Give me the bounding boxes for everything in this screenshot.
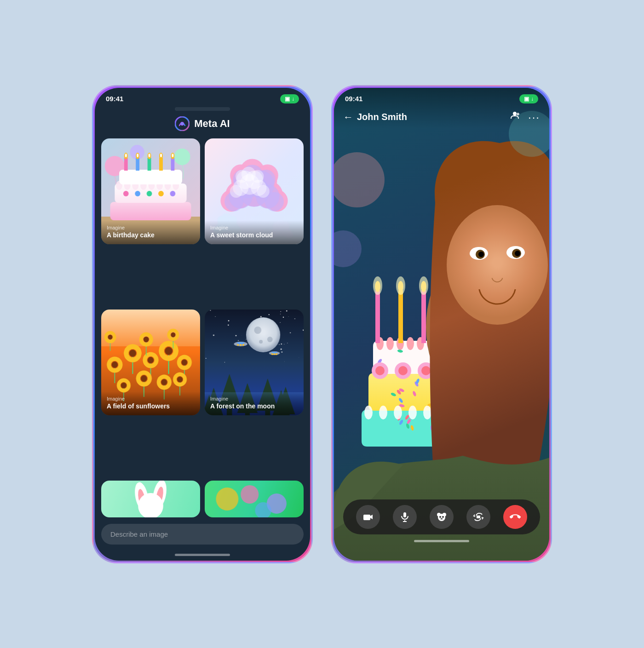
status-icons-right: ▣ ↓ [519,94,538,103]
input-placeholder-text: Describe an image [110,530,168,538]
time-right: 09:41 [345,95,362,103]
flip-camera-button[interactable] [466,505,490,529]
left-screen: 09:41 ▣ ↓ [95,88,310,561]
svg-rect-5 [363,515,370,520]
svg-rect-6 [403,512,406,517]
image-grid: Imagine A birthday cake Imagine A sweet … [95,138,310,476]
desc-label-3: A field of sunflowers [107,402,195,410]
card-moon-forest[interactable]: Imagine A forest on the moon [205,310,304,415]
mic-button[interactable] [393,505,417,529]
call-action-buttons: ··· [510,111,540,124]
imagine-label-3: Imagine [107,396,195,401]
svg-point-12 [439,516,441,518]
desc-label-4: A forest on the moon [210,402,298,410]
status-icons-left: ▣ ↓ [280,94,299,103]
svg-point-2 [513,112,517,115]
partial-card-bunny[interactable] [101,481,200,517]
contact-name: John Smith [357,112,407,122]
svg-point-11 [443,513,446,516]
right-phone-inner: 09:41 ▣ ↓ ← John Smith [334,88,549,561]
video-background [334,88,549,561]
add-person-button[interactable] [510,111,520,123]
call-back-area[interactable]: ← John Smith [343,111,407,123]
imagine-label-1: Imagine [107,225,195,230]
label-sweet-storm: Imagine A sweet storm cloud [205,220,304,244]
card-sweet-storm[interactable]: Imagine A sweet storm cloud [205,138,304,244]
desc-label-1: A birthday cake [107,231,195,239]
status-pill-right: ▣ ↓ [519,94,538,103]
svg-point-13 [442,516,444,518]
right-phone: 09:41 ▣ ↓ ← John Smith [331,85,552,563]
app-title: Meta AI [194,118,230,130]
label-sunflowers: Imagine A field of sunflowers [101,391,200,415]
meta-ai-logo-icon [175,116,190,131]
card-sunflowers[interactable]: Imagine A field of sunflowers [101,310,200,415]
camera-icon-right: ▣ [524,96,529,102]
camera-ctrl-icon [362,511,374,522]
more-options-button[interactable]: ··· [528,111,540,124]
label-moon-forest: Imagine A forest on the moon [205,391,304,415]
right-screen: 09:41 ▣ ↓ ← John Smith [334,88,549,561]
imagine-label-2: Imagine [210,225,298,230]
svg-point-10 [437,513,441,516]
mic-icon [399,511,410,522]
label-birthday-cake: Imagine A birthday cake [101,220,200,244]
status-bar-left: 09:41 ▣ ↓ [95,88,310,107]
home-indicator-right [414,540,469,542]
controls-bar [343,499,540,534]
effects-icon [436,511,448,523]
effects-button[interactable] [430,505,454,529]
imagine-label-4: Imagine [210,396,298,401]
status-bar-right: 09:41 ▣ ↓ [334,88,549,107]
arrow-down-icon-right: ↓ [531,96,534,102]
desc-label-2: A sweet storm cloud [210,231,298,239]
card-birthday-cake[interactable]: Imagine A birthday cake [101,138,200,244]
status-pill-left: ▣ ↓ [280,94,299,103]
partial-card-colorful[interactable] [205,481,304,517]
canvas-bunny [101,481,200,517]
left-phone-inner: 09:41 ▣ ↓ [95,88,310,561]
canvas-colorful [205,481,304,517]
flip-camera-icon [473,511,484,522]
svg-point-14 [441,518,443,519]
home-indicator-left [175,554,230,556]
svg-point-1 [180,122,184,126]
time-left: 09:41 [106,95,123,103]
call-controls [334,499,549,542]
notch-left [175,107,230,111]
meta-ai-header: Meta AI [95,113,310,138]
end-call-icon [510,511,521,522]
arrow-down-icon: ↓ [292,96,294,102]
left-phone: 09:41 ▣ ↓ [92,85,313,563]
back-arrow-icon[interactable]: ← [343,111,353,123]
svg-rect-15 [477,516,480,518]
image-description-input[interactable]: Describe an image [101,524,304,545]
add-person-icon [510,111,520,121]
camera-status-icon: ▣ [285,96,290,102]
end-call-button[interactable] [503,505,527,529]
camera-button[interactable] [356,505,380,529]
partial-row [95,481,310,517]
